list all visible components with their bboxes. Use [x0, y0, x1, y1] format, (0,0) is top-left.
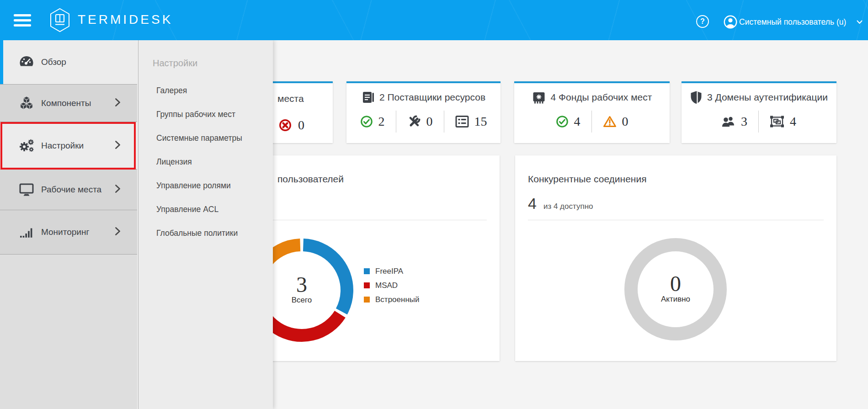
sidebar-item-label: Мониторинг	[41, 227, 89, 237]
submenu-item-role-management[interactable]: Управление ролями	[156, 181, 231, 191]
cubes-icon	[18, 96, 35, 110]
providers-ok-count: 2	[378, 114, 385, 129]
chip-icon	[532, 91, 546, 104]
check-circle-icon	[556, 115, 569, 128]
submenu-item-workplace-groups[interactable]: Группы рабочих мест	[156, 110, 235, 119]
card-auth-domains: 3 Домены аутентификации 3	[682, 81, 836, 143]
user-domains-title: пользователей	[277, 174, 344, 185]
termidesk-logo-icon	[49, 8, 71, 32]
sidebar: Обзор Компоненты	[0, 40, 137, 409]
divider	[758, 111, 759, 133]
shield-icon	[690, 90, 702, 104]
dashboard-icon	[18, 55, 35, 69]
chevron-right-icon	[115, 227, 121, 238]
monitor-icon	[18, 183, 35, 197]
chevron-down-icon	[857, 20, 863, 24]
termidesk-dashboard: места 0 2 Поставщики ресурсов	[0, 0, 868, 409]
sidebar-item-workplaces[interactable]: Рабочие места	[0, 170, 137, 210]
warning-triangle-icon	[603, 115, 617, 128]
gears-icon	[18, 138, 35, 154]
submenu-item-gallery[interactable]: Галерея	[156, 86, 187, 96]
object-group-icon	[770, 115, 784, 128]
pools-ok-count: 4	[574, 114, 580, 129]
card-workplaces-title: места	[277, 93, 304, 104]
circle-x-icon	[279, 119, 292, 132]
sidebar-item-monitoring[interactable]: Мониторинг	[0, 210, 137, 255]
documents-icon	[362, 91, 374, 104]
users-icon	[722, 115, 735, 128]
card-connections: Конкурентные соединения 4 из 4 доступно …	[515, 155, 836, 361]
brand-wordmark: TERMIDESK	[78, 12, 173, 27]
connections-active-label: Активно	[621, 295, 730, 304]
connections-available-value: 4	[528, 195, 537, 212]
user-avatar-icon	[724, 15, 737, 29]
card-providers-title: 2 Поставщики ресурсов	[379, 92, 485, 103]
tools-icon	[407, 115, 421, 128]
submenu-item-license[interactable]: Лицензия	[156, 157, 192, 167]
help-icon[interactable]: ?	[696, 15, 709, 28]
auth-domains-groups-count: 4	[790, 114, 796, 129]
table-icon	[455, 115, 469, 128]
user-menu[interactable]: Системный пользователь (u)	[739, 17, 846, 27]
legend-item: MSAD	[364, 278, 419, 292]
sidebar-item-settings[interactable]: Настройки	[0, 122, 137, 170]
pools-warning-count: 0	[622, 114, 628, 129]
card-providers: 2 Поставщики ресурсов 2	[346, 81, 501, 143]
chevron-right-icon	[115, 98, 121, 109]
card-pools-title: 4 Фонды рабочих мест	[551, 92, 652, 103]
connections-available-label: из 4 доступно	[543, 202, 593, 211]
legend-swatch-freeipa	[364, 268, 370, 274]
legend-item: FreeIPA	[364, 264, 419, 278]
submenu-item-global-policies[interactable]: Глобальные политики	[156, 228, 238, 238]
settings-submenu-panel: Настройки Галерея Группы рабочих мест Си…	[138, 40, 273, 409]
legend-item: Встроенный	[364, 292, 419, 307]
legend-swatch-builtin	[364, 297, 370, 303]
sidebar-item-label: Обзор	[41, 57, 66, 67]
auth-domains-users-count: 3	[741, 114, 747, 129]
providers-total-count: 15	[474, 114, 487, 129]
chevron-right-icon	[115, 140, 121, 151]
menu-toggle-button[interactable]	[14, 14, 31, 27]
sidebar-item-label: Рабочие места	[41, 185, 101, 195]
check-circle-icon	[360, 115, 373, 128]
chevron-right-icon	[115, 184, 121, 195]
user-domains-legend: FreeIPA MSAD Встроенный	[364, 264, 419, 307]
card-pools: 4 Фонды рабочих мест 4	[514, 81, 670, 143]
sidebar-item-components[interactable]: Компоненты	[0, 85, 137, 122]
signal-bars-icon	[18, 226, 35, 239]
sidebar-item-label: Настройки	[41, 141, 84, 151]
divider	[528, 220, 824, 220]
submenu-header: Настройки	[153, 58, 197, 69]
workplaces-error-count: 0	[298, 118, 304, 133]
divider	[396, 111, 396, 133]
topbar: TERMIDESK ? Системный пользователь (u)	[0, 0, 868, 40]
card-auth-domains-title: 3 Домены аутентификации	[707, 92, 828, 103]
connections-active-value: 0	[621, 273, 730, 294]
divider	[444, 111, 444, 133]
divider	[591, 111, 592, 133]
sidebar-item-overview[interactable]: Обзор	[0, 40, 137, 85]
submenu-item-system-parameters[interactable]: Системные параметры	[156, 133, 242, 143]
connections-title: Конкурентные соединения	[528, 174, 647, 185]
providers-maintenance-count: 0	[426, 114, 433, 129]
legend-swatch-msad	[364, 282, 370, 288]
sidebar-item-label: Компоненты	[41, 98, 91, 108]
submenu-item-acl-management[interactable]: Управление ACL	[156, 205, 218, 214]
